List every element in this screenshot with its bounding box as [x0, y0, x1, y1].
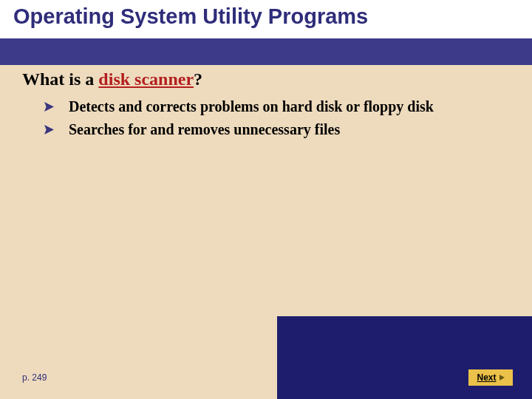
bullet-list: Detects and corrects problems on hard di…	[44, 98, 495, 143]
bullet-text: Searches for and removes unnecessary fil…	[69, 120, 340, 139]
page-title: Operating System Utility Programs	[13, 4, 519, 29]
bottom-panel	[277, 316, 532, 399]
next-button[interactable]: Next	[468, 369, 513, 386]
subheading-term: disk scanner	[98, 69, 194, 89]
header-bar	[0, 38, 532, 65]
svg-marker-0	[44, 102, 54, 112]
page-reference: p. 249	[22, 372, 47, 383]
next-button-label: Next	[477, 372, 496, 383]
slide: Operating System Utility Programs What i…	[0, 0, 532, 399]
play-arrow-icon	[499, 375, 505, 381]
subheading: What is a disk scanner?	[22, 69, 510, 89]
list-item: Detects and corrects problems on hard di…	[44, 98, 495, 116]
subheading-suffix: ?	[194, 69, 202, 89]
bullet-arrow-icon	[44, 102, 54, 112]
list-item: Searches for and removes unnecessary fil…	[44, 120, 495, 139]
bullet-text: Detects and corrects problems on hard di…	[69, 98, 434, 116]
subheading-prefix: What is a	[22, 69, 98, 89]
bullet-arrow-icon	[44, 125, 54, 134]
svg-marker-1	[44, 125, 54, 134]
